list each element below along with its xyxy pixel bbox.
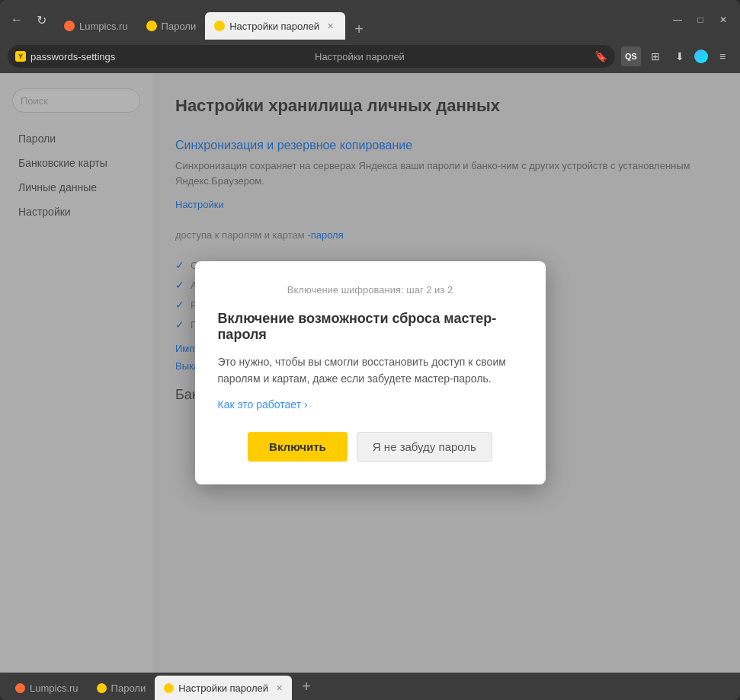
- maximize-button[interactable]: □: [690, 9, 711, 30]
- modal-overlay: Включение шифрования: шаг 2 из 2 Включен…: [0, 73, 740, 673]
- window-controls: — □ ✕: [667, 9, 734, 30]
- site-favicon-letter: Y: [18, 53, 23, 60]
- bottom-tab-label-passwords: Пароли: [111, 682, 146, 694]
- address-bar: Y passwords-settings Настройки паролей 🔖…: [0, 40, 740, 73]
- tab-favicon-passwords: [146, 21, 157, 31]
- account-icon[interactable]: [694, 50, 708, 63]
- extensions-icon[interactable]: ⊞: [645, 46, 665, 66]
- tab-label-settings: Настройки паролей: [229, 21, 319, 32]
- download-icon[interactable]: ⬇: [670, 46, 690, 66]
- tab-lumpics[interactable]: Lumpics.ru: [55, 12, 137, 40]
- modal-dialog: Включение шифрования: шаг 2 из 2 Включен…: [195, 261, 546, 485]
- tab-passwords[interactable]: Пароли: [137, 12, 206, 40]
- bottom-tab-lumpics[interactable]: Lumpics.ru: [6, 676, 88, 700]
- tab-password-settings[interactable]: Настройки паролей ✕: [205, 12, 345, 40]
- modal-actions: Включить Я не забуду пароль: [218, 432, 523, 462]
- tab-bar: Lumpics.ru Пароли Настройки паролей ✕ +: [55, 0, 659, 40]
- enable-button[interactable]: Включить: [248, 432, 348, 462]
- modal-link-arrow: ›: [304, 398, 308, 411]
- minimize-button[interactable]: —: [667, 9, 688, 30]
- address-input-wrap[interactable]: Y passwords-settings Настройки паролей 🔖: [8, 45, 615, 68]
- modal-step-text: Включение шифрования: шаг 2 из 2: [218, 284, 523, 296]
- bottom-tab-icon-lumpics: [15, 683, 25, 693]
- tab-favicon-settings: [214, 21, 225, 31]
- bookmark-icon[interactable]: 🔖: [594, 50, 607, 62]
- bottom-tab-label-lumpics: Lumpics.ru: [30, 682, 78, 694]
- remember-button[interactable]: Я не забуду пароль: [357, 432, 492, 462]
- page-content: Поиск Пароли Банковские карты Личные дан…: [0, 73, 740, 673]
- address-url-prefix: passwords-settings: [30, 51, 306, 62]
- site-favicon: Y: [15, 51, 26, 62]
- menu-icon[interactable]: ≡: [713, 46, 732, 66]
- new-tab-button[interactable]: +: [348, 18, 370, 40]
- modal-title: Включение возможности сброса мастер-паро…: [218, 311, 523, 343]
- tab-label-passwords: Пароли: [162, 21, 197, 32]
- tab-favicon-lumpics: [64, 21, 75, 31]
- modal-link-text: Как это работает: [218, 398, 302, 411]
- bottom-tab-passwords[interactable]: Пароли: [88, 676, 155, 700]
- qs-icon[interactable]: QS: [621, 46, 641, 66]
- browser-window: ← ↻ Lumpics.ru Пароли Настройки паролей …: [0, 0, 740, 700]
- address-url-title: Настройки паролей: [315, 51, 590, 62]
- reload-button[interactable]: ↻: [30, 9, 52, 30]
- bottom-tab-icon-settings: [164, 683, 174, 693]
- bottom-tabbar: Lumpics.ru Пароли Настройки паролей ✕ +: [0, 673, 740, 700]
- toolbar-icons: QS ⊞ ⬇ ≡: [621, 46, 732, 66]
- tab-close-button[interactable]: ✕: [324, 20, 336, 32]
- bottom-tab-icon-passwords: [97, 683, 107, 693]
- modal-link-wrap: Как это работает ›: [218, 398, 523, 432]
- back-button[interactable]: ←: [6, 9, 27, 30]
- bottom-tab-label-settings: Настройки паролей: [178, 682, 268, 694]
- close-button[interactable]: ✕: [713, 9, 734, 30]
- title-bar: ← ↻ Lumpics.ru Пароли Настройки паролей …: [0, 0, 740, 40]
- tab-label-lumpics: Lumpics.ru: [79, 21, 128, 32]
- bottom-tab-close-settings[interactable]: ✕: [276, 683, 283, 693]
- how-it-works-link[interactable]: Как это работает ›: [218, 398, 308, 411]
- bottom-tab-add-button[interactable]: +: [296, 676, 316, 696]
- modal-description: Это нужно, чтобы вы смогли восстановить …: [218, 353, 523, 388]
- bottom-tab-settings[interactable]: Настройки паролей ✕: [155, 676, 292, 700]
